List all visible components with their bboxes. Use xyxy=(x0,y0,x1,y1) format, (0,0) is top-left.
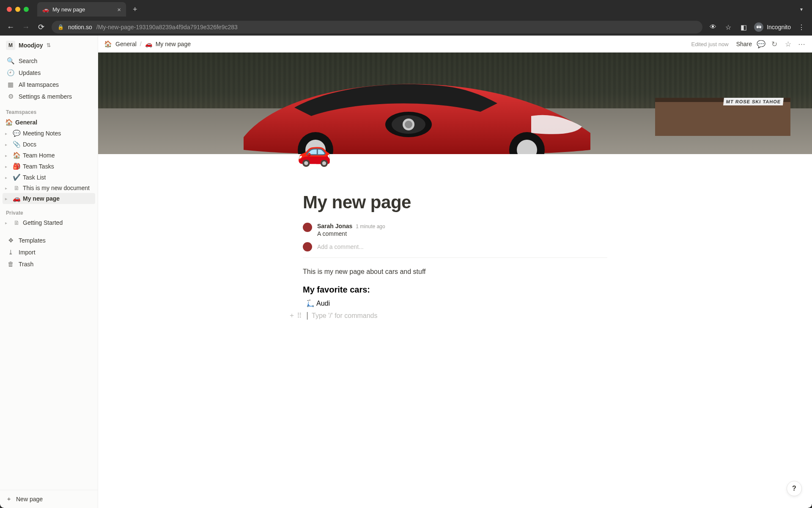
page-icon[interactable]: 🚗 xyxy=(297,135,332,168)
zoom-window[interactable] xyxy=(24,7,29,12)
page-content: My new page Sarah Jonas1 minute ago A co… xyxy=(303,154,607,337)
bookmark-star-icon[interactable]: ☆ xyxy=(724,23,733,31)
text-caret xyxy=(307,312,307,320)
new-tab-button[interactable]: + xyxy=(129,5,141,14)
breadcrumb-page[interactable]: My new page xyxy=(156,41,191,47)
chevron-right-icon: ▸ xyxy=(5,164,10,169)
placeholder-text: Type '/' for commands xyxy=(312,312,378,320)
more-icon[interactable]: ⋯ xyxy=(797,40,806,49)
label: Settings & members xyxy=(19,93,72,100)
chevron-right-icon: ▸ xyxy=(5,131,10,136)
chevron-right-icon: ▸ xyxy=(5,196,10,201)
favorite-star-icon[interactable]: ☆ xyxy=(783,40,793,49)
comment-time: 1 minute ago xyxy=(356,224,385,229)
tabs-menu-icon[interactable]: ▾ xyxy=(800,6,805,12)
section-teamspaces: Teamspaces xyxy=(0,103,98,117)
chevron-right-icon: ▸ xyxy=(5,221,10,225)
heading-block[interactable]: My favorite cars: xyxy=(303,285,607,295)
label: General xyxy=(15,119,37,126)
add-block-icon[interactable]: ＋ xyxy=(285,311,292,320)
label: Search xyxy=(19,58,37,64)
list-item[interactable]: 🛴 Audi xyxy=(303,298,607,309)
empty-block[interactable]: ＋ ⠿ Type '/' for commands xyxy=(285,311,607,320)
paragraph-block[interactable]: This is my new page about cars and stuff xyxy=(303,268,607,276)
tree-general[interactable]: 🏠 General xyxy=(3,117,95,128)
toolbar: ← → ⟳ 🔒 notion.so/My-new-page-193190a823… xyxy=(0,19,812,36)
breadcrumb-separator: / xyxy=(140,41,142,47)
tracking-icon[interactable]: 👁 xyxy=(708,23,718,31)
gear-icon: ⚙ xyxy=(7,93,14,100)
tree-team-home[interactable]: ▸🏠Team Home xyxy=(3,150,95,161)
workspace-switcher[interactable]: M Moodjoy ⇅ xyxy=(0,36,98,54)
label: Updates xyxy=(19,69,41,76)
tree-new-document[interactable]: ▸🗎This is my new document xyxy=(3,183,95,193)
history-icon[interactable]: ↻ xyxy=(770,40,779,49)
plus-icon: ＋ xyxy=(6,495,12,503)
topbar: 🏠 General / 🚗 My new page Edited just no… xyxy=(98,36,812,52)
tree-docs[interactable]: ▸📎Docs xyxy=(3,139,95,150)
cover-image[interactable]: MT ROSE SKI TAHOE xyxy=(98,52,812,154)
house-icon: 🏠 xyxy=(104,40,112,48)
kebab-menu-icon[interactable]: ⋮ xyxy=(797,23,806,31)
close-window[interactable] xyxy=(7,7,12,12)
tree-task-list[interactable]: ▸✔️Task List xyxy=(3,172,95,183)
label: This is my new document xyxy=(23,185,90,191)
profile-label: Incognito xyxy=(767,24,791,30)
avatar xyxy=(303,242,312,251)
comment[interactable]: Sarah Jonas1 minute ago A comment xyxy=(303,220,607,240)
tree-getting-started[interactable]: ▸🗎Getting Started xyxy=(3,218,95,228)
page-title[interactable]: My new page xyxy=(303,192,607,213)
label: Meeting Notes xyxy=(23,130,61,137)
add-comment-input[interactable] xyxy=(317,243,607,250)
add-comment[interactable] xyxy=(303,240,607,251)
comments-icon[interactable]: 💬 xyxy=(756,40,765,49)
sidebar-import[interactable]: ⤓Import xyxy=(3,246,95,258)
comment-body: A comment xyxy=(317,230,385,237)
breadcrumb-root[interactable]: General xyxy=(115,41,137,47)
tree-my-new-page[interactable]: ▸🚗My new page xyxy=(3,193,95,204)
side-panel-icon[interactable]: ◧ xyxy=(739,23,748,31)
page-icon: 🚗 xyxy=(13,195,20,202)
teamspace-tree: 🏠 General ▸💬Meeting Notes ▸📎Docs ▸🏠Team … xyxy=(0,117,98,204)
drag-handle-icon[interactable]: ⠿ xyxy=(296,312,303,320)
sidebar-updates[interactable]: 🕘Updates xyxy=(3,67,95,79)
browser-tab[interactable]: 🚗 My new page × xyxy=(37,2,126,17)
url-host: notion.so xyxy=(68,24,92,30)
new-page-button[interactable]: ＋New page xyxy=(0,490,98,508)
sidebar-templates[interactable]: ❖Templates xyxy=(3,235,95,246)
address-bar[interactable]: 🔒 notion.so/My-new-page-193190a8239a4f9d… xyxy=(52,21,702,33)
divider xyxy=(303,257,607,258)
workspace-avatar: M xyxy=(6,41,15,50)
reload-button[interactable]: ⟳ xyxy=(36,22,46,32)
sidebar-settings[interactable]: ⚙Settings & members xyxy=(3,91,95,102)
edit-status: Edited just now xyxy=(691,41,728,47)
browser-chrome: 🚗 My new page × + ▾ ← → ⟳ 🔒 notion.so/My… xyxy=(0,0,812,36)
help-button[interactable]: ? xyxy=(787,481,802,496)
chevron-right-icon: ▸ xyxy=(5,186,10,190)
label: Templates xyxy=(19,237,46,244)
car-graphic xyxy=(227,52,607,154)
sidebar-utilities: ❖Templates ⤓Import 🗑Trash xyxy=(0,234,98,271)
label: Trash xyxy=(19,261,33,268)
sidebar-primary-nav: 🔍Search 🕘Updates ▦All teamspaces ⚙Settin… xyxy=(0,54,98,103)
sidebar-search[interactable]: 🔍Search xyxy=(3,55,95,67)
label: Team Home xyxy=(23,152,55,159)
sidebar-trash[interactable]: 🗑Trash xyxy=(3,258,95,270)
bullet-icon: 🛴 xyxy=(306,299,312,307)
house-icon: 🏠 xyxy=(5,119,13,126)
document-icon: 🗎 xyxy=(13,185,20,191)
tree-team-tasks[interactable]: ▸🎒Team Tasks xyxy=(3,161,95,172)
profile-chip[interactable]: 🕶 Incognito xyxy=(754,22,791,32)
page-icon: 🏠 xyxy=(13,152,20,159)
tree-meeting-notes[interactable]: ▸💬Meeting Notes xyxy=(3,128,95,139)
label: Team Tasks xyxy=(23,163,54,170)
notion-app: M Moodjoy ⇅ 🔍Search 🕘Updates ▦All teamsp… xyxy=(0,36,812,508)
forward-button[interactable]: → xyxy=(21,23,30,32)
share-button[interactable]: Share xyxy=(736,41,752,47)
avatar xyxy=(303,223,312,232)
back-button[interactable]: ← xyxy=(6,23,15,32)
sidebar-all-teamspaces[interactable]: ▦All teamspaces xyxy=(3,79,95,91)
label: My new page xyxy=(23,195,60,202)
close-tab-icon[interactable]: × xyxy=(117,6,121,13)
minimize-window[interactable] xyxy=(15,7,20,12)
